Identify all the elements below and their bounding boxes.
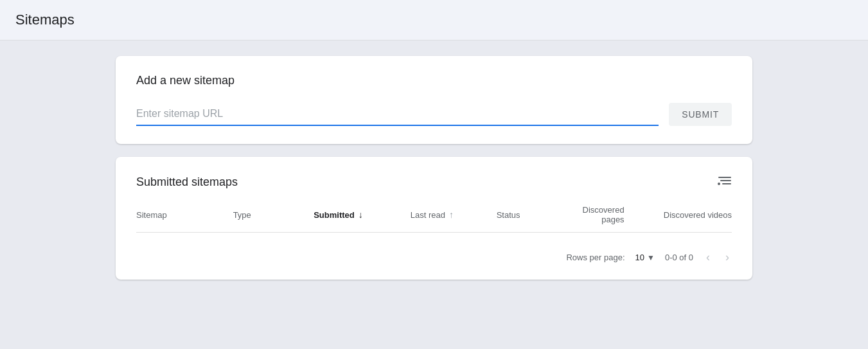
col-header-sitemap: Sitemap	[136, 210, 233, 220]
sitemap-url-input[interactable]	[136, 103, 659, 126]
rows-per-page-label: Rows per page:	[566, 253, 624, 262]
add-sitemap-card: Add a new sitemap SUBMIT	[116, 56, 752, 144]
col-header-discovered-videos: Discovered videos	[624, 210, 732, 220]
col-header-submitted[interactable]: Submitted ↓	[314, 210, 411, 220]
submitted-sitemaps-header: Submitted sitemaps	[136, 175, 732, 190]
submitted-sitemaps-card: Submitted sitemaps Sitemap Type Submitte…	[116, 157, 752, 280]
input-wrapper	[136, 103, 659, 126]
col-header-discovered-pages: Discovered pages	[583, 205, 624, 224]
rows-per-page-value: 10	[635, 253, 644, 262]
pagination-row: Rows per page: 10 ▼ 0-0 of 0 ‹ ›	[136, 238, 732, 267]
filter-icon[interactable]	[718, 175, 732, 190]
page-title: Sitemaps	[15, 12, 853, 28]
rows-per-page-select[interactable]: 10 ▼	[635, 253, 655, 262]
lastread-sort-up-icon: ↑	[449, 210, 454, 220]
col-header-status: Status	[497, 210, 583, 220]
submit-button[interactable]: SUBMIT	[669, 103, 732, 126]
table-header: Sitemap Type Submitted ↓ Last read ↑ Sta…	[136, 205, 732, 233]
rows-per-page-dropdown-icon: ▼	[647, 253, 655, 262]
submitted-sort-down-icon: ↓	[359, 210, 363, 220]
col-header-type: Type	[233, 210, 314, 220]
prev-page-button[interactable]: ‹	[704, 248, 713, 267]
main-content: Add a new sitemap SUBMIT Submitted sitem…	[0, 40, 868, 295]
svg-point-3	[718, 183, 720, 185]
input-row: SUBMIT	[136, 103, 732, 126]
submitted-sitemaps-title: Submitted sitemaps	[136, 175, 238, 189]
next-page-button[interactable]: ›	[723, 248, 732, 267]
page-info: 0-0 of 0	[665, 253, 693, 262]
page-header: Sitemaps	[0, 0, 868, 40]
add-sitemap-title: Add a new sitemap	[136, 74, 732, 87]
col-header-lastread[interactable]: Last read ↑	[411, 210, 497, 220]
